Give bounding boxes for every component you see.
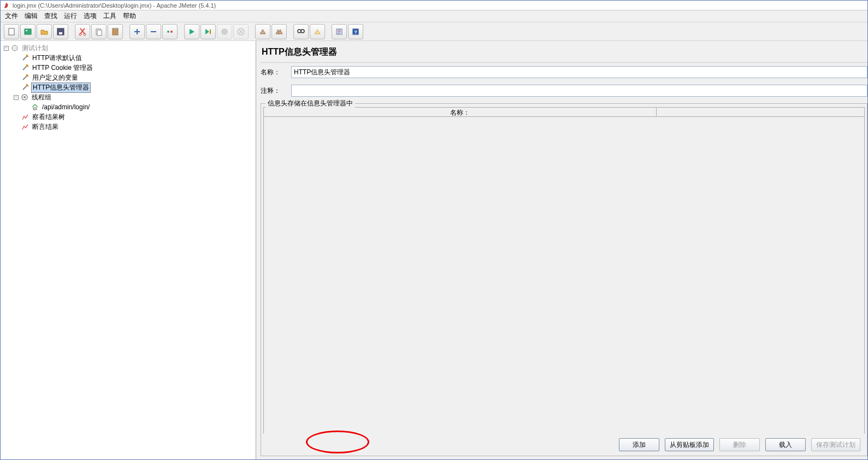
comment-row: 注释： — [261, 85, 867, 97]
config-icon — [21, 74, 29, 81]
add-button[interactable]: 添加 — [619, 438, 659, 451]
menu-tools[interactable]: 工具 — [103, 11, 116, 21]
load-button[interactable]: 载入 — [765, 438, 806, 451]
collapse-icon[interactable]: − — [4, 46, 9, 51]
tree-view-results[interactable]: 察看结果树 — [1, 112, 256, 122]
titlebar: login.jmx (C:\Users\Administrator\Deskto… — [1, 1, 867, 10]
delete-button[interactable]: 删除 — [719, 438, 760, 451]
toolbar: ? — [1, 22, 867, 41]
function-helper-icon[interactable] — [332, 24, 347, 39]
comment-input[interactable] — [291, 85, 867, 97]
app-icon — [4, 2, 10, 9]
headers-group: 信息头存储在信息头管理器中 名称： 添加 从剪贴板添加 删除 载入 保存测试计划 — [261, 103, 867, 456]
menubar: 文件 编辑 查找 运行 选项 工具 帮助 — [1, 10, 867, 22]
tree-root[interactable]: − 测试计划 — [1, 43, 256, 53]
toggle-icon[interactable] — [162, 24, 178, 39]
svg-rect-10 — [114, 28, 116, 30]
table-header: 名称： — [263, 107, 865, 117]
templates-icon[interactable] — [20, 24, 36, 39]
svg-rect-1 — [25, 29, 31, 34]
tree-item-label[interactable]: 线程组 — [31, 93, 52, 102]
tree-item-label-selected[interactable]: HTTP信息头管理器 — [31, 82, 91, 93]
reset-search-icon[interactable] — [310, 24, 325, 39]
help-icon[interactable]: ? — [348, 24, 363, 39]
annotation-ellipse — [306, 430, 369, 453]
tree-thread-group[interactable]: − 线程组 — [1, 92, 256, 102]
name-input[interactable] — [291, 66, 867, 78]
start-icon[interactable] — [184, 24, 199, 39]
svg-point-11 — [167, 31, 169, 33]
sampler-icon — [31, 103, 39, 111]
tree-api-login[interactable]: /api/admin/login/ — [1, 102, 256, 112]
svg-rect-24 — [33, 108, 37, 110]
tree-item-label[interactable]: 用户定义的变量 — [31, 73, 79, 82]
tree-item-label[interactable]: /api/admin/login/ — [41, 103, 91, 111]
group-title: 信息头存储在信息头管理器中 — [265, 99, 355, 108]
tree-panel[interactable]: − 测试计划 HTTP请求默认值 HTTP Cookie 管理器 用户定义的变量… — [1, 41, 256, 459]
svg-point-14 — [221, 28, 228, 35]
window-title: login.jmx (C:\Users\Administrator\Deskto… — [13, 2, 216, 9]
app-window: login.jmx (C:\Users\Administrator\Deskto… — [0, 0, 868, 460]
comment-label: 注释： — [261, 86, 288, 96]
plus-icon[interactable] — [129, 24, 145, 39]
menu-run[interactable]: 运行 — [64, 11, 77, 21]
tree-item-label[interactable]: 察看结果树 — [31, 113, 66, 122]
copy-icon[interactable] — [91, 24, 107, 39]
paste-icon[interactable] — [108, 24, 123, 39]
svg-point-16 — [298, 30, 301, 33]
add-from-clipboard-button[interactable]: 从剪贴板添加 — [665, 438, 714, 451]
save-plan-button[interactable]: 保存测试计划 — [811, 438, 860, 451]
save-file-icon[interactable] — [53, 24, 68, 39]
svg-point-17 — [301, 30, 304, 33]
name-row: 名称： — [261, 66, 867, 78]
new-file-icon[interactable] — [4, 24, 19, 39]
stop-icon[interactable] — [217, 24, 232, 39]
svg-rect-2 — [26, 30, 27, 31]
tree-item-label[interactable]: HTTP请求默认值 — [31, 54, 83, 63]
svg-point-21 — [12, 45, 17, 51]
config-panel: HTTP信息头管理器 名称： 注释： 信息头存储在信息头管理器中 名称： 添加 … — [256, 41, 867, 459]
content-area: − 测试计划 HTTP请求默认值 HTTP Cookie 管理器 用户定义的变量… — [1, 41, 867, 459]
config-icon — [21, 64, 29, 72]
col-name[interactable]: 名称： — [264, 108, 657, 116]
listener-icon — [21, 113, 29, 121]
tree-root-label[interactable]: 测试计划 — [21, 44, 49, 53]
svg-rect-13 — [210, 30, 211, 34]
menu-help[interactable]: 帮助 — [123, 11, 136, 21]
minus-icon[interactable] — [146, 24, 161, 39]
shutdown-icon[interactable] — [233, 24, 249, 39]
svg-text:?: ? — [354, 30, 357, 35]
svg-rect-0 — [9, 28, 14, 35]
table-body[interactable] — [263, 117, 865, 434]
listener-icon — [21, 123, 29, 131]
tree-item-label[interactable]: HTTP Cookie 管理器 — [31, 63, 94, 73]
open-file-icon[interactable] — [37, 24, 52, 39]
tree-http-req-defaults[interactable]: HTTP请求默认值 — [1, 53, 256, 63]
menu-edit[interactable]: 编辑 — [25, 11, 38, 21]
start-no-pause-icon[interactable] — [200, 24, 216, 39]
tree-user-vars[interactable]: 用户定义的变量 — [1, 73, 256, 82]
collapse-icon[interactable]: − — [14, 95, 19, 100]
menu-file[interactable]: 文件 — [5, 11, 18, 21]
testplan-icon — [11, 44, 19, 52]
tree-http-cookie-mgr[interactable]: HTTP Cookie 管理器 — [1, 63, 256, 73]
col-value[interactable] — [657, 108, 864, 116]
svg-rect-8 — [97, 30, 102, 36]
search-icon[interactable] — [293, 24, 309, 39]
menu-search[interactable]: 查找 — [44, 11, 57, 21]
config-icon — [21, 84, 29, 91]
name-label: 名称： — [261, 68, 288, 77]
config-icon — [21, 54, 29, 62]
menu-options[interactable]: 选项 — [84, 11, 97, 21]
clear-all-icon[interactable] — [271, 24, 287, 39]
svg-rect-4 — [59, 32, 62, 34]
svg-point-12 — [170, 31, 173, 33]
tree-assert-results[interactable]: 断言结果 — [1, 122, 256, 132]
clear-icon[interactable] — [255, 24, 270, 39]
button-row: 添加 从剪贴板添加 删除 载入 保存测试计划 — [261, 434, 867, 456]
panel-title: HTTP信息头管理器 — [261, 44, 867, 63]
threadgroup-icon — [21, 93, 28, 101]
tree-item-label[interactable]: 断言结果 — [31, 122, 60, 132]
cut-icon[interactable] — [75, 24, 90, 39]
tree-http-header-mgr[interactable]: HTTP信息头管理器 — [1, 82, 256, 92]
